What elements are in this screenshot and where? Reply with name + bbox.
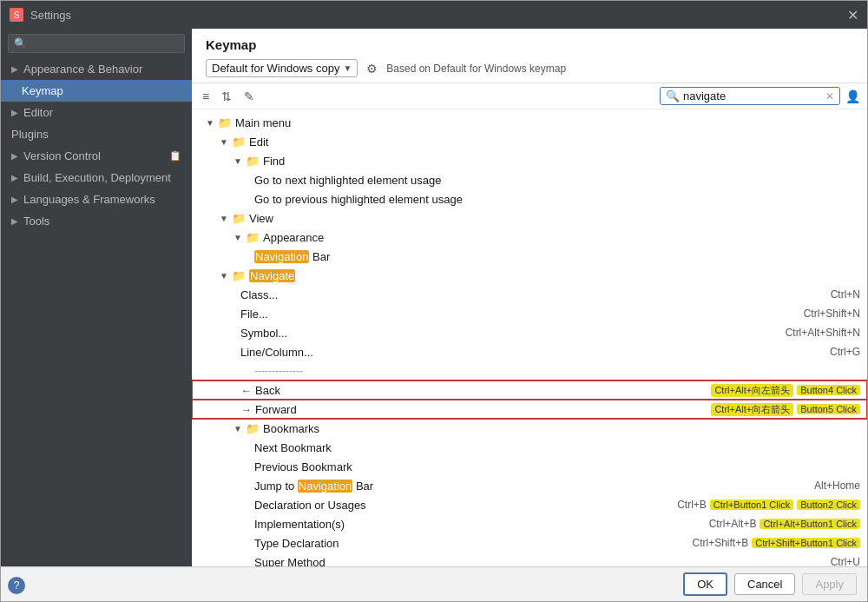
tree-item-label: Class... bbox=[240, 288, 831, 301]
expand-icon: ▼ bbox=[233, 233, 244, 242]
tree-row[interactable]: Type Declaration Ctrl+Shift+B Ctrl+Shift… bbox=[192, 533, 867, 552]
keymap-tree: ▼ 📁 Main menu ▼ 📁 Edit ▼ 📁 Find bbox=[192, 109, 867, 566]
sidebar-item-label: Appearance & Behavior bbox=[23, 63, 142, 76]
apply-button[interactable]: Apply bbox=[802, 573, 857, 595]
sidebar-item-languages[interactable]: ▶ Languages & Frameworks bbox=[1, 189, 192, 210]
tree-row[interactable]: Navigation Bar bbox=[192, 247, 867, 266]
tree-row[interactable]: Class... Ctrl+N bbox=[192, 285, 867, 304]
tree-row[interactable]: Implementation(s) Ctrl+Alt+B Ctrl+Alt+Bu… bbox=[192, 514, 867, 533]
sidebar-item-label: Languages & Frameworks bbox=[23, 193, 155, 206]
edit-button[interactable]: ✎ bbox=[240, 88, 258, 105]
tree-item-label: Next Bookmark bbox=[254, 441, 860, 454]
tree-row[interactable]: Previous Bookmark bbox=[192, 457, 867, 476]
shortcut-text: Ctrl+Alt+B bbox=[709, 518, 757, 530]
tree-row[interactable]: ▼ 📁 Main menu bbox=[192, 113, 867, 132]
back-arrow-icon: ← bbox=[240, 384, 252, 397]
keymap-select[interactable]: Default for Windows copy ▼ bbox=[206, 59, 358, 77]
tree-row[interactable]: ▼ 📁 Edit bbox=[192, 132, 867, 151]
search-box: 🔍 navigate ✕ bbox=[660, 87, 840, 105]
tree-item-label: Go to next highlighted element usage bbox=[254, 174, 860, 187]
cancel-button[interactable]: Cancel bbox=[734, 573, 795, 595]
shortcut-text: Ctrl+B bbox=[677, 499, 707, 511]
sort-button[interactable]: ⇅ bbox=[218, 88, 235, 105]
window-title: Settings bbox=[30, 9, 71, 22]
tree-item-label: View bbox=[249, 212, 860, 225]
tree-row[interactable]: Go to next highlighted element usage bbox=[192, 170, 867, 189]
highlight-navigation: Navigation bbox=[254, 250, 309, 263]
shortcut-area: Ctrl+Alt+向右箭头 Button5 Click bbox=[711, 403, 860, 416]
sidebar-item-editor[interactable]: ▶ Editor bbox=[1, 102, 192, 123]
shortcut-text: Ctrl+Shift+B bbox=[693, 537, 749, 549]
shortcut-badge: Ctrl+G bbox=[830, 346, 860, 358]
tree-row[interactable]: Jump to Navigation Bar Alt+Home bbox=[192, 476, 867, 495]
sidebar-item-label: Build, Execution, Deployment bbox=[23, 171, 171, 184]
title-bar-left: S Settings bbox=[10, 8, 71, 22]
tree-row-back[interactable]: ← Back Ctrl+Alt+向左箭头 Button4 Click bbox=[192, 380, 867, 400]
shortcut-area: Ctrl+Shift+B Ctrl+Shift+Button1 Click bbox=[693, 537, 860, 549]
expand-icon: ▼ bbox=[233, 156, 244, 166]
tree-item-label: Symbol... bbox=[240, 327, 786, 340]
tree-item-label: Back bbox=[255, 384, 711, 397]
tree-item-label: Appearance bbox=[263, 231, 860, 244]
separator: -------------- bbox=[254, 365, 303, 377]
tree-row[interactable]: ▼ 📁 Bookmarks bbox=[192, 419, 867, 438]
tree-row[interactable]: Line/Column... Ctrl+G bbox=[192, 342, 867, 361]
folder-icon: 📁 bbox=[218, 116, 232, 129]
gear-icon[interactable]: ⚙ bbox=[366, 62, 378, 76]
tree-row[interactable]: Next Bookmark bbox=[192, 438, 867, 457]
panel-title: Keymap bbox=[206, 37, 853, 52]
tree-item-label: Previous Bookmark bbox=[254, 460, 860, 473]
expand-icon: ▼ bbox=[206, 118, 216, 128]
tree-row-separator: -------------- bbox=[192, 361, 867, 380]
sidebar: ▶ Appearance & Behavior Keymap ▶ Editor … bbox=[1, 29, 192, 566]
sidebar-item-keymap[interactable]: Keymap bbox=[1, 80, 192, 102]
sidebar-search-area bbox=[1, 29, 192, 58]
tree-row[interactable]: Super Method Ctrl+U bbox=[192, 552, 867, 566]
tree-row[interactable]: ▼ 📁 Appearance bbox=[192, 228, 867, 247]
close-button[interactable]: ✕ bbox=[847, 7, 858, 23]
tree-item-label: Super Method bbox=[254, 556, 831, 567]
sidebar-item-version-control[interactable]: ▶ Version Control 📋 bbox=[1, 145, 192, 167]
shortcut-area: Ctrl+Alt+向左箭头 Button4 Click bbox=[711, 384, 860, 397]
sidebar-item-tools[interactable]: ▶ Tools bbox=[1, 210, 192, 232]
tree-row[interactable]: Symbol... Ctrl+Alt+Shift+N bbox=[192, 323, 867, 342]
expand-icon: ▼ bbox=[220, 271, 230, 281]
search-options-icon[interactable]: 👤 bbox=[845, 89, 860, 103]
tree-row[interactable]: ▼ 📁 View bbox=[192, 208, 867, 228]
tree-row[interactable]: Declaration or Usages Ctrl+B Ctrl+Button… bbox=[192, 495, 867, 514]
tree-row[interactable]: File... Ctrl+Shift+N bbox=[192, 304, 867, 323]
tree-row[interactable]: ▼ 📁 Find bbox=[192, 151, 867, 170]
folder-icon: 📁 bbox=[246, 231, 260, 244]
arrow-icon: ▶ bbox=[11, 195, 18, 204]
tree-row-forward[interactable]: → Forward Ctrl+Alt+向右箭头 Button5 Click bbox=[192, 400, 867, 419]
folder-icon: 📁 bbox=[232, 212, 246, 225]
shortcut-area: Ctrl+Shift+N bbox=[804, 308, 860, 320]
shortcut-badge: Ctrl+Alt+Button1 Click bbox=[760, 519, 860, 529]
ok-button[interactable]: OK bbox=[683, 572, 727, 596]
keymap-search-input[interactable]: navigate bbox=[683, 89, 822, 103]
highlight-navigate: Navigate bbox=[249, 269, 295, 282]
shortcut-badge: Alt+Home bbox=[814, 480, 860, 492]
expand-icon: ▼ bbox=[220, 214, 230, 223]
shortcut-badge: Ctrl+Alt+向左箭头 bbox=[711, 384, 793, 397]
tree-item-label: Main menu bbox=[235, 116, 860, 129]
sidebar-item-plugins[interactable]: Plugins bbox=[1, 123, 192, 145]
shortcut-text: Ctrl+U bbox=[831, 556, 860, 566]
tree-item-label: Navigate bbox=[249, 269, 860, 282]
tree-item-label: Forward bbox=[255, 403, 711, 416]
tree-row[interactable]: Go to previous highlighted element usage bbox=[192, 189, 867, 208]
expand-all-button[interactable]: ≡ bbox=[199, 88, 213, 105]
tree-item-label: Type Declaration bbox=[254, 537, 693, 550]
help-button[interactable]: ? bbox=[8, 577, 25, 594]
shortcut-area: Ctrl+B Ctrl+Button1 Click Button2 Click bbox=[677, 499, 860, 511]
tree-row[interactable]: ▼ 📁 Navigate bbox=[192, 266, 867, 285]
shortcut-badge: Ctrl+N bbox=[831, 288, 860, 301]
shortcut-badge: Button2 Click bbox=[797, 499, 860, 510]
keymap-value: Default for Windows copy bbox=[212, 62, 339, 75]
shortcut-badge: Ctrl+Button1 Click bbox=[710, 499, 793, 510]
sidebar-item-build[interactable]: ▶ Build, Execution, Deployment bbox=[1, 167, 192, 189]
sidebar-item-appearance[interactable]: ▶ Appearance & Behavior bbox=[1, 58, 192, 80]
clear-search-icon[interactable]: ✕ bbox=[825, 90, 834, 103]
sidebar-search-input[interactable] bbox=[8, 34, 185, 53]
folder-icon: 📁 bbox=[232, 269, 246, 282]
